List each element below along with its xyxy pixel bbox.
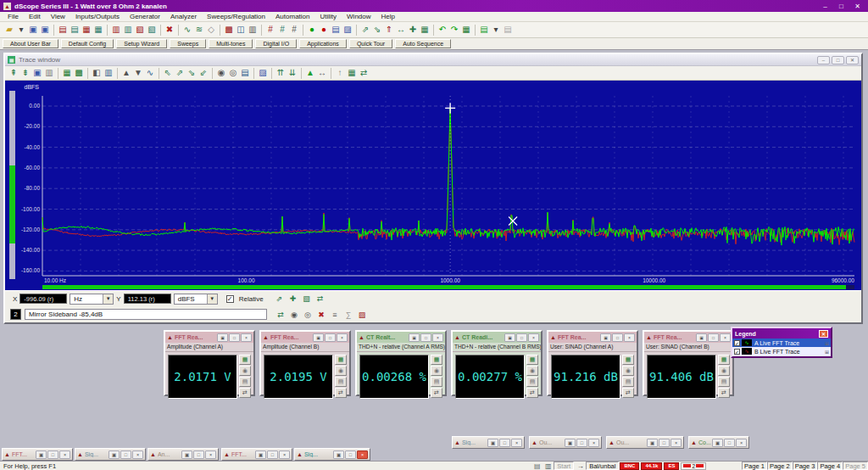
log-icon[interactable]: ▤ — [526, 377, 538, 387]
close-button[interactable]: × — [59, 450, 70, 459]
restore-button[interactable]: ▣ — [712, 439, 723, 447]
trace-window-titlebar[interactable]: ▦ Trace window – □ ✕ — [5, 54, 861, 66]
unpin-trace-icon[interactable]: ⇟ — [19, 67, 31, 80]
settings-icon[interactable]: ◉ — [526, 366, 538, 376]
panel-titlebar[interactable]: ▲FFT Rea...▣□× — [644, 332, 732, 343]
minimized-window-co[interactable]: ▲Co...▣□× — [688, 436, 749, 449]
stop-icon[interactable]: ● — [318, 24, 330, 36]
panel-minimize-button[interactable]: ▣ — [696, 333, 707, 342]
panel-close-button[interactable]: × — [241, 333, 252, 342]
restore-button[interactable]: ▣ — [565, 439, 576, 447]
export-image-icon[interactable]: ▦ — [61, 67, 73, 80]
zoom-out-icon[interactable]: ◎ — [227, 67, 239, 80]
log-icon[interactable]: ▤ — [431, 377, 442, 387]
userbar-default-config[interactable]: Default Config — [61, 39, 114, 48]
page-button-5[interactable]: Page 5 — [843, 462, 868, 470]
grid-icon[interactable]: ▦ — [346, 67, 358, 80]
marker-zoom-out-icon[interactable]: ◎ — [301, 308, 314, 321]
page-button-4[interactable]: Page 4 — [817, 462, 843, 470]
panel-maximize-button[interactable]: □ — [420, 333, 431, 342]
minimized-window-sig[interactable]: ▲Sig...▣□× — [294, 448, 370, 461]
marker-list-icon[interactable]: ≡ — [328, 308, 342, 321]
legend-close-button[interactable]: ✕ — [819, 330, 828, 338]
fft-plot[interactable]: 0.00-20.00-40.00-60.00-80.00-100.00-120.… — [5, 81, 861, 290]
panel-maximize-button[interactable]: □ — [229, 333, 240, 342]
menu-automation[interactable]: Automation — [270, 12, 314, 21]
chevron-down-icon[interactable]: ▼ — [207, 294, 217, 304]
minimized-window-sig[interactable]: ▲Sig...▣□× — [452, 436, 525, 449]
save-trace-icon[interactable]: ▣ — [31, 67, 43, 80]
save-config-icon[interactable]: ▣ — [27, 24, 39, 36]
swap-axes-icon[interactable]: ⇄ — [358, 67, 370, 80]
maximize-button[interactable]: □ — [345, 450, 356, 459]
userbar-setup-wizard[interactable]: Setup Wizard — [116, 39, 167, 48]
close-button[interactable]: × — [132, 450, 143, 459]
log-icon[interactable]: ▤ — [239, 377, 251, 387]
maximize-button[interactable]: □ — [576, 439, 587, 447]
panel-close-button[interactable]: × — [337, 333, 348, 342]
cursor-se-icon[interactable]: ⇘ — [186, 67, 198, 80]
page-button-2[interactable]: Page 2 — [767, 462, 793, 470]
graph-config-icon[interactable]: ◧ — [91, 67, 103, 80]
panel-titlebar[interactable]: ▲CT Readi...▣□× — [453, 332, 541, 343]
panel-minimize-button[interactable]: ▣ — [409, 333, 420, 342]
menu-window[interactable]: Window — [342, 12, 376, 21]
marker-text-input[interactable]: Mirror Sideband -85,4dB — [25, 309, 267, 320]
panel-titlebar[interactable]: ▲FFT Rea...▣□× — [548, 332, 637, 343]
fft-detector-icon[interactable]: ▧ — [134, 24, 146, 36]
display-mode-icon[interactable]: ▦ — [335, 355, 347, 365]
marker-chart-icon[interactable]: ▨ — [355, 308, 369, 321]
open-config-icon[interactable]: ▰ — [3, 24, 15, 36]
restore-button[interactable]: ▣ — [108, 450, 120, 459]
display-mode-icon[interactable]: ▦ — [526, 355, 538, 365]
ct-detector-icon[interactable]: ▧ — [146, 24, 158, 36]
axes-config-icon[interactable]: ▥ — [103, 67, 114, 80]
close-channel-icon[interactable]: ✖ — [164, 24, 175, 36]
soundcard-icon[interactable]: ▦ — [460, 24, 472, 36]
panel-maximize-button[interactable]: □ — [516, 333, 527, 342]
panel-minimize-button[interactable]: ▣ — [600, 333, 611, 342]
legend-row-b[interactable]: ✓∿B Live FFT Trace⊞ — [732, 347, 831, 355]
marker-delete-icon[interactable]: ✖ — [314, 308, 328, 321]
minimized-window-fft[interactable]: ▲FFT...▣□× — [221, 448, 292, 461]
close-button[interactable]: × — [279, 450, 290, 459]
minimized-window-ou[interactable]: ▲Ou...▣□× — [529, 436, 602, 449]
y-value-field[interactable]: 112.13 (r) — [124, 294, 171, 304]
panel-close-button[interactable]: × — [624, 333, 635, 342]
undo-icon[interactable]: ↶ — [437, 24, 448, 36]
close-button[interactable]: × — [511, 439, 522, 447]
run-icon[interactable]: ● — [306, 24, 318, 36]
resize-icon[interactable]: ⇄ — [239, 388, 251, 398]
autoscale-x-icon[interactable]: ▼ — [132, 67, 144, 80]
cursor-link-icon[interactable]: ⇄ — [314, 293, 327, 305]
copy-trace-icon[interactable]: ▥ — [43, 67, 55, 80]
trace-window-icon[interactable]: ▩ — [223, 24, 235, 36]
script-icon[interactable]: ▤ — [330, 24, 342, 36]
multitone-icon[interactable]: ≋ — [193, 24, 205, 36]
settings-icon[interactable]: ◉ — [622, 366, 634, 376]
trace-close-button[interactable]: ✕ — [846, 56, 859, 64]
panel-minimize-button[interactable]: ▣ — [217, 333, 228, 342]
trace-properties-icon[interactable]: ⊞ — [825, 340, 829, 346]
cursor-add-icon[interactable]: ✚ — [287, 293, 300, 305]
menu-file[interactable]: File — [3, 12, 24, 21]
menu-view[interactable]: View — [46, 12, 70, 21]
sweep-add-icon[interactable]: ✚ — [407, 24, 419, 36]
maximize-button[interactable]: □ — [193, 450, 204, 459]
maximize-button[interactable]: □ — [120, 450, 131, 459]
pin-trace-icon[interactable]: ⇞ — [8, 67, 19, 80]
menu-utility[interactable]: Utility — [314, 12, 342, 21]
maximize-button[interactable]: □ — [659, 439, 670, 447]
log-icon[interactable]: ▤ — [335, 377, 347, 387]
page-button-1[interactable]: Page 1 — [742, 462, 767, 470]
resize-icon[interactable]: ⇄ — [431, 388, 442, 398]
menu-analyzer[interactable]: Analyzer — [165, 12, 202, 21]
userbar-auto-sequence[interactable]: Auto Sequence — [395, 39, 451, 48]
channel-b-icon[interactable]: # — [276, 24, 288, 36]
resize-icon[interactable]: ⇄ — [718, 388, 730, 398]
userbar-digital-i-o[interactable]: Digital I/O — [255, 39, 297, 48]
x-unit-select[interactable]: Hz ▼ — [70, 294, 114, 305]
trace-maximize-button[interactable]: □ — [832, 56, 844, 64]
cursor-table-icon[interactable]: ▧ — [300, 293, 314, 305]
span-icon[interactable]: ↔ — [316, 67, 328, 80]
